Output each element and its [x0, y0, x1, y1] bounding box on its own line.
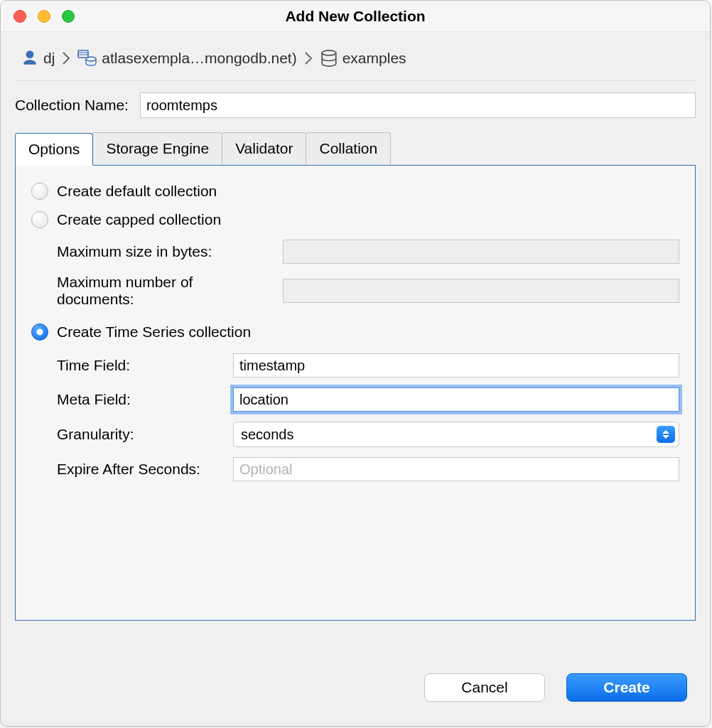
max-size-label: Maximum size in bytes: [57, 243, 270, 260]
tab-storage-engine[interactable]: Storage Engine [92, 132, 222, 165]
breadcrumb: dj atlasexempla…mongodb.net) examp [1, 32, 710, 80]
meta-field-label: Meta Field: [57, 391, 220, 408]
time-field-label: Time Field: [57, 357, 220, 374]
meta-field-input[interactable] [233, 387, 679, 412]
database-icon [320, 49, 338, 68]
chevron-right-icon [303, 52, 314, 65]
radio-capped-label: Create capped collection [57, 211, 221, 228]
expire-after-seconds-input[interactable] [233, 457, 679, 481]
max-docs-input[interactable] [283, 279, 679, 303]
user-icon [21, 49, 39, 68]
radio-timeseries-icon [31, 323, 48, 341]
breadcrumb-cluster[interactable]: atlasexempla…mongodb.net) [77, 49, 296, 68]
dialog-footer: Cancel Create [1, 658, 710, 726]
expire-label: Expire After Seconds: [57, 461, 220, 478]
radio-default-icon [31, 183, 48, 200]
radio-default-collection[interactable]: Create default collection [31, 183, 679, 200]
chevron-right-icon [60, 52, 72, 65]
granularity-select[interactable]: seconds [233, 422, 679, 447]
capped-fields: Maximum size in bytes: Maximum number of… [31, 240, 679, 308]
svg-point-4 [322, 50, 336, 55]
breadcrumb-cluster-label: atlasexempla…mongodb.net) [102, 50, 296, 67]
time-field-input[interactable] [233, 353, 679, 378]
title-bar: Add New Collection [1, 1, 710, 32]
divider [15, 80, 696, 81]
tab-collation[interactable]: Collation [306, 132, 391, 165]
radio-capped-collection[interactable]: Create capped collection [31, 211, 679, 228]
radio-default-label: Create default collection [57, 183, 217, 200]
cluster-icon [77, 49, 97, 68]
collection-name-input[interactable] [140, 92, 696, 118]
tab-bar: Options Storage Engine Validator Collati… [15, 132, 696, 166]
options-panel: Create default collection Create capped … [15, 166, 696, 621]
granularity-value: seconds [241, 427, 294, 443]
collection-name-row: Collection Name: [1, 92, 710, 132]
create-button[interactable]: Create [566, 673, 687, 702]
breadcrumb-user[interactable]: dj [21, 49, 55, 68]
radio-timeseries-collection[interactable]: Create Time Series collection [31, 323, 679, 341]
breadcrumb-database-label: examples [342, 50, 406, 67]
svg-rect-0 [78, 50, 88, 58]
granularity-label: Granularity: [57, 426, 220, 443]
radio-capped-icon [31, 211, 48, 228]
breadcrumb-user-label: dj [43, 50, 55, 67]
dialog-window: Add New Collection dj atlasexempla…mongo… [0, 0, 711, 727]
cancel-button[interactable]: Cancel [424, 673, 545, 702]
updown-icon [657, 426, 675, 443]
collection-name-label: Collection Name: [15, 97, 129, 114]
max-size-input[interactable] [283, 240, 679, 264]
radio-timeseries-label: Create Time Series collection [57, 323, 251, 341]
max-docs-label: Maximum number of documents: [57, 274, 270, 308]
tab-options[interactable]: Options [15, 133, 93, 166]
svg-point-3 [86, 57, 96, 61]
tab-validator[interactable]: Validator [222, 132, 306, 165]
breadcrumb-database[interactable]: examples [320, 49, 406, 68]
window-title: Add New Collection [1, 8, 710, 25]
timeseries-fields: Time Field: Meta Field: Granularity: sec… [31, 353, 679, 481]
